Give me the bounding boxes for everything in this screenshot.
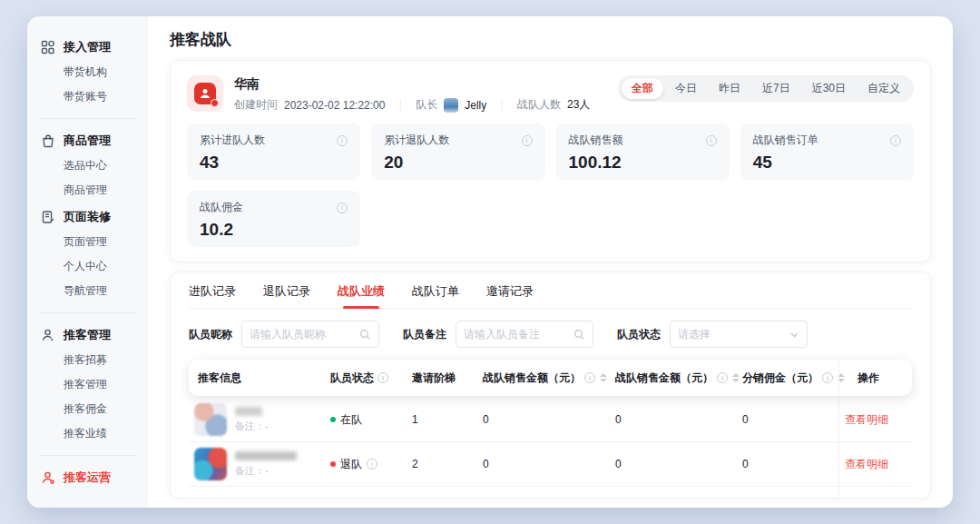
tier-cell: 1 — [407, 413, 477, 426]
tab-invite-records[interactable]: 邀请记录 — [486, 283, 534, 300]
sort-icon[interactable] — [600, 373, 607, 382]
col-action: 操作 — [838, 360, 912, 396]
member-name-blurred — [235, 451, 297, 460]
stat-label: 累计进队人数 — [200, 133, 265, 148]
filter-row: 队员昵称 队员备注 — [189, 321, 912, 348]
chevron-down-icon — [789, 330, 799, 340]
main-content: 推客战队 华南 创建时间 2023-02- — [148, 16, 953, 508]
table-row: 备注：- 退队 2 0 0 0 查看明细 — [189, 442, 912, 487]
action-cell: 查看明细 — [838, 442, 912, 486]
sidebar-item-label: 接入管理 — [64, 39, 111, 55]
sidebar-item-access-mgmt[interactable]: 接入管理 — [40, 35, 148, 60]
stat-value: 45 — [753, 153, 901, 173]
view-detail-link[interactable]: 查看明细 — [845, 412, 888, 428]
table-filler — [189, 487, 912, 498]
team-sales-1-cell: 0 — [477, 458, 610, 470]
sidebar-divider — [40, 312, 137, 313]
info-icon[interactable] — [377, 372, 388, 383]
sidebar-item-page-decoration[interactable]: 页面装修 — [40, 204, 148, 230]
members-label: 战队人数 — [517, 97, 561, 113]
col-promoter-info: 推客信息 — [189, 371, 325, 386]
sidebar-item-goods[interactable]: 商品管理 — [40, 178, 148, 203]
user-gear-icon — [40, 470, 55, 486]
table-body: 备注：- 在队 1 0 0 0 查看明细 — [189, 398, 912, 498]
status-cell: 退队 — [325, 457, 407, 472]
app-window: 接入管理 带货机构 带货账号 商品管理 选品中心 商品管理 — [27, 16, 953, 508]
sidebar-item-promoter-manage[interactable]: 推客管理 — [40, 372, 148, 397]
sidebar-group-page: 页面装修 页面管理 个人中心 导航管理 — [40, 204, 148, 303]
sidebar-item-promoter-performance[interactable]: 推客业绩 — [40, 421, 148, 446]
nickname-search-box — [241, 321, 379, 348]
nickname-input[interactable] — [250, 328, 359, 341]
stat-label: 累计退队人数 — [384, 133, 449, 148]
stat-label: 战队销售订单 — [753, 133, 818, 148]
grid-icon — [40, 40, 55, 55]
info-icon[interactable] — [337, 203, 348, 213]
sidebar-item-organizations[interactable]: 带货机构 — [40, 60, 148, 84]
info-icon[interactable] — [717, 372, 728, 383]
view-detail-link[interactable]: 查看明细 — [845, 457, 888, 472]
date-filter-30days[interactable]: 近30日 — [802, 78, 856, 99]
sidebar-divider — [40, 118, 137, 119]
sidebar-item-promoter-recruit[interactable]: 推客招募 — [40, 348, 148, 372]
col-invite-tier: 邀请阶梯 — [407, 371, 477, 386]
record-tabs: 进队记录 退队记录 战队业绩 战队订单 邀请记录 — [189, 283, 912, 309]
sidebar-group-access: 接入管理 带货机构 带货账号 — [40, 35, 148, 109]
sidebar-item-promoter-commission[interactable]: 推客佣金 — [40, 397, 148, 421]
user-icon — [40, 328, 55, 343]
records-card: 进队记录 退队记录 战队业绩 战队订单 邀请记录 队员昵称 — [170, 272, 931, 499]
stat-card-orders: 战队销售订单 45 — [740, 124, 914, 180]
info-icon[interactable] — [522, 135, 533, 146]
table-row: 备注：- 在队 1 0 0 0 查看明细 — [189, 398, 912, 442]
status-dot-green — [330, 417, 336, 422]
sidebar-item-label: 推客管理 — [64, 327, 111, 343]
sidebar-item-nav-mgmt[interactable]: 导航管理 — [40, 279, 148, 303]
sidebar-item-goods-mgmt[interactable]: 商品管理 — [40, 128, 148, 153]
tier-cell: 2 — [407, 458, 477, 470]
tab-join-records[interactable]: 进队记录 — [189, 283, 236, 300]
nickname-filter-label: 队员昵称 — [189, 327, 232, 342]
sidebar-item-label: 推客运营 — [64, 470, 111, 486]
status-select[interactable]: 请选择 — [670, 321, 808, 348]
tab-team-orders[interactable]: 战队订单 — [412, 283, 459, 300]
stat-value: 100.12 — [569, 153, 717, 173]
info-icon[interactable] — [706, 135, 717, 146]
tab-leave-records[interactable]: 退队记录 — [263, 283, 310, 300]
bag-icon — [40, 133, 55, 149]
remark-filter-label: 队员备注 — [403, 327, 446, 342]
info-icon[interactable] — [337, 135, 348, 146]
stat-card-left: 累计退队人数 20 — [371, 124, 544, 180]
member-avatar — [194, 448, 227, 480]
stat-label: 战队销售额 — [569, 133, 623, 148]
team-sales-1-cell: 0 — [477, 413, 610, 426]
date-filter-custom[interactable]: 自定义 — [858, 78, 910, 99]
info-icon[interactable] — [367, 459, 377, 470]
date-filter-all[interactable]: 全部 — [622, 78, 663, 99]
sidebar-item-promoter-mgmt[interactable]: 推客管理 — [40, 322, 148, 348]
sidebar-item-page-mgmt[interactable]: 页面管理 — [40, 230, 148, 254]
sidebar-item-selection-center[interactable]: 选品中心 — [40, 153, 148, 178]
team-meta: 创建时间 2023-02-02 12:22:00 ｜ 队长 Jelly ｜ 战队… — [234, 97, 618, 113]
sidebar-item-promoter-operation[interactable]: 推客运营 — [40, 465, 148, 490]
commission-cell: 0 — [737, 458, 838, 470]
sidebar-item-personal-center[interactable]: 个人中心 — [40, 254, 148, 279]
member-remark: 备注：- — [235, 464, 297, 478]
leader-avatar — [444, 98, 458, 113]
remark-input[interactable] — [464, 328, 573, 341]
created-time-value: 2023-02-02 12:22:00 — [284, 99, 385, 112]
search-icon — [573, 329, 585, 341]
date-filter-7days[interactable]: 近7日 — [752, 78, 800, 99]
sidebar-item-accounts[interactable]: 带货账号 — [40, 84, 148, 109]
search-icon — [359, 329, 371, 341]
date-filter-yesterday[interactable]: 昨日 — [709, 78, 750, 99]
info-icon[interactable] — [890, 135, 901, 146]
members-value: 23人 — [567, 97, 590, 113]
info-icon[interactable] — [584, 372, 595, 383]
info-icon[interactable] — [822, 372, 833, 383]
tab-team-performance[interactable]: 战队业绩 — [338, 283, 385, 300]
date-filter-today[interactable]: 今日 — [665, 78, 707, 99]
sidebar-group-goods: 商品管理 选品中心 商品管理 — [40, 128, 148, 203]
team-name: 华南 — [234, 75, 618, 92]
stat-value: 43 — [200, 153, 348, 173]
meta-separator: ｜ — [391, 97, 409, 113]
